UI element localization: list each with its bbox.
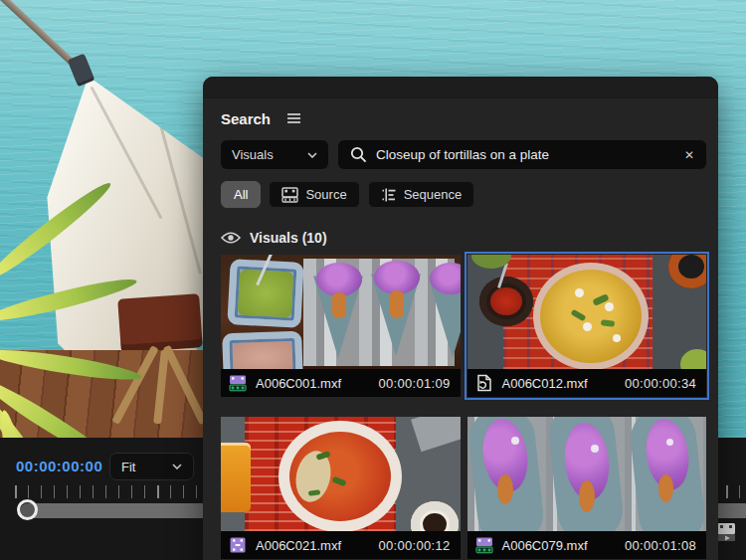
chip-label: Sequence [404, 187, 463, 202]
zoom-level-dropdown[interactable]: Fit [109, 453, 194, 480]
decor-shape [332, 292, 346, 318]
decor-shape [221, 443, 251, 512]
film-clip-icon [281, 187, 298, 203]
clip-info-bar: A006C012.mxf 00:00:00:34 [467, 369, 707, 397]
clip-filename: A006C001.mxf [256, 376, 341, 391]
clip-info-bar: A006C079.mxf 00:00:01:08 [467, 531, 707, 559]
decor-shape [591, 445, 599, 453]
clip-duration: 00:00:00:34 [625, 376, 696, 391]
decor-shape [497, 474, 513, 504]
decor-shape [583, 322, 592, 331]
decor-shape [511, 437, 519, 445]
decor-shape [666, 439, 673, 446]
search-scope-dropdown[interactable]: Visuals [221, 140, 328, 169]
clip-filename: A006C079.mxf [502, 538, 588, 553]
decor-shape [613, 334, 621, 342]
result-item[interactable]: A006C079.mxf 00:00:01:08 [467, 417, 707, 559]
decor-shape [490, 287, 522, 315]
decor-shape [423, 513, 447, 531]
app-window: 00:00:00:00 Fit Search [0, 0, 746, 560]
clip-info-bar: A006C021.mxf 00:00:00:12 [221, 531, 461, 559]
clip-filename: A006C012.mxf [502, 376, 588, 391]
av-clip-icon [229, 374, 247, 392]
chevron-down-icon [172, 464, 182, 469]
search-icon [350, 146, 367, 163]
clip-duration: 00:00:00:12 [379, 538, 451, 553]
search-input[interactable] [376, 147, 675, 162]
thumbnail-image [467, 417, 707, 531]
close-icon[interactable]: ✕ [684, 148, 694, 162]
panel-drag-strip[interactable] [203, 77, 718, 98]
thumbnail-image [467, 255, 707, 369]
decor-shape [533, 263, 649, 369]
clip-info-bar: A006C001.mxf 00:00:01:09 [221, 369, 461, 397]
panel-title: Search [221, 110, 271, 127]
playhead-timecode: 00:00:00:00 [16, 458, 102, 474]
search-panel: Search Visuals [203, 77, 718, 560]
results-grid: A006C001.mxf 00:00:01:09 [221, 255, 706, 559]
filter-chip-source[interactable]: Source [269, 181, 359, 208]
eye-icon [221, 231, 241, 245]
palm-leaf [0, 344, 142, 385]
palm-fronds [0, 227, 175, 438]
decor-shape [374, 261, 420, 294]
sequence-icon [381, 187, 397, 203]
av-clip-icon [475, 536, 493, 554]
palm-leaf [0, 373, 118, 438]
thumbnail-image [221, 255, 461, 369]
result-item[interactable]: A006C001.mxf 00:00:01:09 [221, 255, 461, 397]
thumbnail-image [221, 417, 461, 531]
result-item[interactable]: A006C021.mxf 00:00:00:12 [221, 417, 461, 559]
palm-leaf [0, 274, 138, 327]
decor-shape [222, 331, 303, 369]
clip-filename: A006C021.mxf [256, 538, 341, 553]
chip-label: Source [305, 187, 346, 202]
filter-chip-sequence[interactable]: Sequence [368, 181, 475, 208]
decor-shape [658, 474, 673, 502]
timeline-clip-icon [715, 521, 737, 543]
scope-value: Visuals [232, 147, 307, 162]
search-box: ✕ [338, 140, 706, 169]
clip-duration: 00:00:01:08 [625, 538, 696, 553]
decor-shape [605, 302, 614, 311]
chevron-down-icon [307, 152, 317, 158]
decor-shape [668, 255, 706, 288]
zoom-level-value: Fit [121, 460, 164, 474]
result-item[interactable]: A006C012.mxf 00:00:00:34 [467, 255, 707, 397]
decor-shape [232, 341, 292, 369]
playhead-handle[interactable] [17, 499, 38, 520]
panel-menu-button[interactable] [286, 112, 301, 124]
chip-label: All [234, 187, 248, 202]
used-clip-icon [475, 374, 493, 392]
decor-shape [411, 501, 459, 531]
decor-shape [575, 288, 584, 297]
filter-chip-all[interactable]: All [221, 181, 261, 208]
decor-shape [411, 417, 461, 452]
decor-shape [579, 480, 595, 512]
hamburger-icon [286, 112, 301, 124]
decor-shape [479, 277, 533, 326]
clip-duration: 00:00:01:09 [379, 376, 451, 391]
decor-shape [390, 290, 404, 318]
results-section-label: Visuals (10) [250, 230, 327, 246]
video-clip-icon [229, 536, 247, 554]
decor-shape [680, 349, 706, 369]
decor-shape [316, 263, 362, 296]
decor-shape [238, 270, 293, 318]
